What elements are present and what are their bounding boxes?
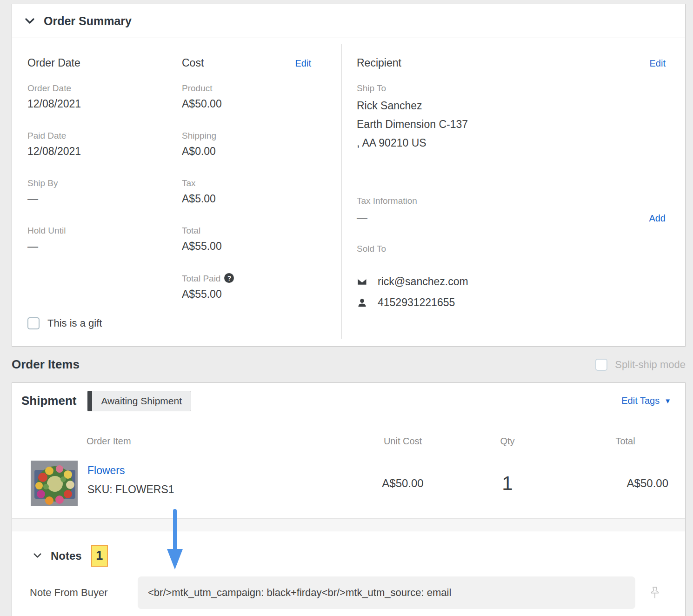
field-value: —: [27, 193, 182, 205]
shipment-title: Shipment: [21, 394, 76, 408]
caret-down-icon[interactable]: ▼: [664, 397, 671, 405]
status-badge-bar: [87, 391, 92, 411]
product-link[interactable]: Flowers: [87, 464, 174, 477]
field-label: Tax: [182, 178, 341, 188]
pin-icon[interactable]: [648, 586, 661, 600]
field-label: Total: [182, 226, 341, 236]
phone-value: 4152931221655: [378, 296, 455, 309]
add-tax-info-button[interactable]: Add: [649, 213, 666, 224]
tax-information-label: Tax Information: [357, 196, 666, 206]
column-header-unit-cost: Unit Cost: [356, 436, 449, 447]
product-thumbnail[interactable]: [31, 461, 78, 506]
edit-recipient-button[interactable]: Edit: [650, 58, 666, 69]
recipient-pane: Recipient Edit Ship To Rick Sanchez Eart…: [342, 38, 685, 346]
unit-cost-value: A$50.00: [356, 477, 449, 490]
ship-to-name: Rick Sanchez: [357, 96, 666, 115]
tax-information-value: —: [357, 212, 367, 224]
field-label: Total Paid?: [182, 273, 341, 284]
cost-section-title: Cost: [182, 57, 204, 69]
ship-to-address-line: , AA 90210 US: [357, 134, 666, 152]
field-value: 12/08/2021: [27, 98, 182, 110]
product-sku: SKU: FLOWERS1: [87, 483, 174, 496]
field-value: A$55.00: [182, 240, 341, 253]
gift-checkbox-label: This is a gift: [47, 317, 102, 329]
field-value: A$55.00: [182, 288, 341, 301]
column-header-total: Total: [566, 436, 685, 447]
field-label: Ship By: [27, 178, 182, 188]
status-badge-label: Awaiting Shipment: [92, 391, 191, 411]
person-icon: [357, 297, 367, 308]
order-summary-card: Order Summary Order Date Cost Edit Order…: [12, 4, 686, 347]
order-summary-header: Order Summary: [12, 4, 685, 38]
field-value: 12/08/2021: [27, 145, 182, 158]
order-items-table-header: Order Item Unit Cost Qty Total: [12, 419, 685, 447]
ship-to-label: Ship To: [357, 83, 666, 94]
note-from-buyer-label: Note From Buyer: [30, 587, 138, 599]
field-value: —: [27, 240, 182, 253]
split-ship-checkbox[interactable]: [595, 359, 607, 371]
gift-checkbox[interactable]: [27, 317, 40, 329]
shipment-header: Shipment Awaiting Shipment Edit Tags ▼: [12, 383, 685, 419]
field-value: A$50.00: [182, 98, 341, 110]
chevron-down-icon[interactable]: [25, 18, 34, 24]
shipment-card: Shipment Awaiting Shipment Edit Tags ▼ O…: [12, 382, 686, 616]
notes-title: Notes: [51, 549, 82, 562]
email-icon: [357, 276, 367, 287]
field-label: Paid Date: [27, 131, 182, 141]
table-row: Flowers SKU: FLOWERS1 A$50.00 1 A$50.00: [12, 461, 685, 506]
column-header-order-item: Order Item: [12, 436, 356, 447]
email-value: rick@sanchez.com: [378, 275, 468, 288]
recipient-title: Recipient: [357, 57, 401, 69]
notes-chevron-icon[interactable]: [33, 553, 41, 558]
sold-to-label: Sold To: [357, 244, 666, 254]
status-badge[interactable]: Awaiting Shipment: [87, 391, 191, 411]
order-summary-title: Order Summary: [44, 14, 132, 28]
order-items-title: Order Items: [12, 357, 80, 372]
qty-value: 1: [449, 472, 566, 495]
field-label: Order Date: [27, 83, 182, 94]
order-date-section-title: Order Date: [27, 57, 182, 69]
notes-count-badge: 1: [91, 545, 108, 567]
column-header-qty: Qty: [449, 436, 566, 447]
note-from-buyer-field[interactable]: [138, 576, 635, 609]
help-icon[interactable]: ?: [224, 273, 234, 283]
field-value: A$0.00: [182, 145, 341, 158]
ship-to-address-line: Earth Dimension C-137: [357, 115, 666, 134]
striped-row: [12, 518, 685, 531]
field-value: A$5.00: [182, 193, 341, 205]
edit-tags-button[interactable]: Edit Tags: [621, 395, 660, 406]
total-value: A$50.00: [566, 477, 685, 490]
field-label: Shipping: [182, 131, 341, 141]
split-ship-label: Split-ship mode: [615, 359, 686, 371]
field-label: Hold Until: [27, 226, 182, 236]
field-label: Product: [182, 83, 341, 94]
order-summary-left-pane: Order Date Cost Edit Order Date 12/08/20…: [12, 38, 341, 346]
edit-cost-button[interactable]: Edit: [295, 58, 311, 69]
